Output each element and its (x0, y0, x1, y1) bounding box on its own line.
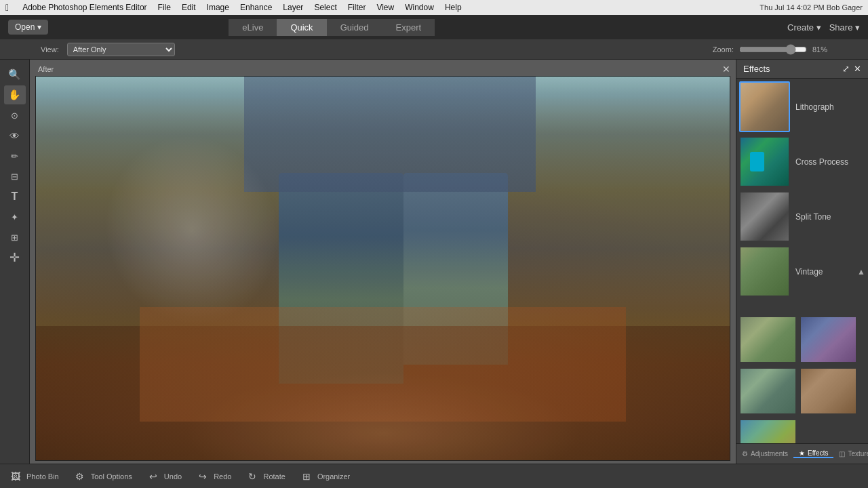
app-right-actions: Create ▾ Share ▾ (787, 22, 860, 33)
extra-effect-preview (741, 420, 795, 443)
vintage-sub-row2 (739, 367, 865, 415)
tool-options-button[interactable]: ⚙ Tool Options (73, 469, 132, 484)
tool-options-icon: ⚙ (73, 469, 87, 484)
textures-label: Textures (848, 450, 868, 458)
quick-selection-tool[interactable]: ⊙ (4, 106, 26, 125)
split-tone-preview (741, 192, 789, 241)
menu-window[interactable]: Window (405, 3, 434, 12)
extra-effect-thumb[interactable] (739, 419, 797, 443)
effect-name-cross-process: Cross Process (795, 157, 865, 167)
main-layout: 🔍 ✋ ⊙ 👁 ✏ ⊟ T ✦ ⊞ ✛ After ✕ (0, 60, 868, 464)
vintage-sub-preview-4 (801, 369, 856, 413)
vintage-preview (741, 247, 789, 296)
vintage-sub-item-2[interactable] (800, 316, 857, 363)
straighten-tool[interactable]: ⊟ (4, 167, 26, 186)
cross-process-preview (741, 138, 789, 186)
crop-tool[interactable]: ⊞ (4, 228, 26, 247)
zoom-label: Zoom: (713, 45, 734, 54)
rotate-button[interactable]: ↻ Rotate (245, 469, 285, 484)
canvas-after-label: After (38, 65, 54, 73)
effect-thumb-lithograph[interactable] (739, 81, 790, 132)
organizer-button[interactable]: ⊞ Organizer (299, 469, 350, 484)
menu-file[interactable]: File (158, 3, 171, 12)
tab-guided[interactable]: Guided (327, 19, 382, 36)
effects-tab-icon: ★ (799, 449, 805, 457)
tab-textures[interactable]: ◫ Textures (833, 450, 868, 458)
menu-view[interactable]: View (376, 3, 394, 12)
menu-help[interactable]: Help (445, 3, 462, 12)
zoom-slider[interactable] (739, 44, 807, 55)
effects-header-icons: ⤢ ✕ (842, 64, 861, 74)
vintage-sub-thumb-3[interactable] (739, 367, 797, 415)
text-tool[interactable]: T (4, 187, 26, 206)
menu-edit[interactable]: Edit (182, 3, 196, 12)
tab-quick[interactable]: Quick (277, 19, 326, 36)
effect-item-split-tone[interactable]: Split Tone (739, 191, 865, 242)
vintage-sub-item-1[interactable] (739, 316, 797, 363)
effects-list: Lithograph Cross Process Split Tone (736, 79, 868, 443)
zoom-area: Zoom: 81% (713, 44, 827, 55)
clone-tool[interactable]: ✦ (4, 207, 26, 226)
rotate-icon: ↻ (245, 469, 260, 484)
mac-menu-bar:  Adobe Photoshop Elements Editor File E… (0, 0, 868, 15)
effects-collapse-icon[interactable]: ✕ (854, 64, 861, 74)
extra-effect-row[interactable] (739, 419, 865, 443)
photo-bin-icon: 🖼 (8, 469, 23, 484)
brush-tool[interactable]: ✏ (4, 146, 26, 165)
tab-elive[interactable]: eLive (229, 19, 277, 36)
hand-tool[interactable]: ✋ (4, 85, 26, 104)
bottom-bar: 🖼 Photo Bin ⚙ Tool Options ↩ Undo ↪ Redo… (0, 464, 868, 488)
vintage-sub-row1 (739, 316, 865, 363)
vintage-sub-preview-2 (801, 317, 856, 362)
photo-bin-button[interactable]: 🖼 Photo Bin (8, 469, 59, 484)
vintage-sub-item-4[interactable] (800, 367, 857, 415)
view-select[interactable]: After Only Before Only Before & After - … (67, 43, 175, 56)
tab-effects[interactable]: ★ Effects (793, 449, 833, 458)
open-chevron-icon: ▾ (37, 22, 41, 32)
effect-name-lithograph: Lithograph (795, 102, 865, 112)
move-tool[interactable]: ✛ (4, 248, 26, 267)
effects-header: Effects ⤢ ✕ (736, 60, 868, 79)
effect-thumb-split-tone[interactable] (739, 191, 790, 242)
menu-layer[interactable]: Layer (283, 3, 303, 12)
effects-expand-icon[interactable]: ⤢ (842, 64, 850, 74)
undo-button[interactable]: ↩ Undo (146, 469, 182, 484)
vintage-sub-thumb-1[interactable] (739, 316, 797, 363)
effects-bottom-tabs: ⚙ Adjustments ★ Effects ◫ Textures ▣ Fra… (736, 443, 868, 464)
open-button[interactable]: Open ▾ (8, 20, 48, 35)
vintage-sub-thumb-2[interactable] (800, 316, 857, 363)
menu-image[interactable]: Image (207, 3, 229, 12)
effect-name-split-tone: Split Tone (795, 212, 865, 222)
toolbar-row: View: After Only Before Only Before & Af… (0, 39, 868, 60)
vintage-sub-item-3[interactable] (739, 367, 797, 415)
share-button[interactable]: Share ▾ (829, 22, 860, 33)
menu-select[interactable]: Select (314, 3, 336, 12)
adjustments-icon: ⚙ (742, 450, 748, 458)
create-button[interactable]: Create ▾ (787, 22, 821, 33)
vintage-section: Vintage ▲ Vintage Leak (739, 246, 865, 443)
redo-button[interactable]: ↪ Redo (195, 469, 231, 484)
effects-tab-label: Effects (808, 449, 828, 457)
eye-tool[interactable]: 👁 (4, 126, 26, 145)
vintage-sub-thumb-4[interactable] (800, 367, 857, 415)
effect-item-lithograph[interactable]: Lithograph (739, 81, 865, 132)
organizer-label: Organizer (317, 472, 350, 481)
menu-enhance[interactable]: Enhance (240, 3, 272, 12)
app-bar: Open ▾ eLive Quick Guided Expert Create … (0, 15, 868, 39)
effect-item-cross-process[interactable]: Cross Process (739, 136, 865, 187)
apple-logo-icon[interactable]:  (5, 2, 9, 13)
adjustments-label: Adjustments (751, 450, 788, 458)
tab-expert[interactable]: Expert (382, 19, 435, 36)
menu-filter[interactable]: Filter (348, 3, 366, 12)
textures-icon: ◫ (839, 450, 845, 458)
photo-bin-label: Photo Bin (26, 472, 59, 481)
close-canvas-button[interactable]: ✕ (722, 64, 730, 75)
effect-thumb-cross-process[interactable] (739, 136, 790, 187)
tab-adjustments[interactable]: ⚙ Adjustments (736, 450, 793, 458)
rotate-label: Rotate (263, 472, 285, 481)
effect-thumb-vintage[interactable] (739, 246, 790, 297)
vintage-header[interactable]: Vintage ▲ (739, 246, 865, 297)
zoom-tool[interactable]: 🔍 (4, 65, 26, 84)
vintage-expand-icon[interactable]: ▲ (857, 267, 865, 277)
organizer-icon: ⊞ (299, 469, 314, 484)
